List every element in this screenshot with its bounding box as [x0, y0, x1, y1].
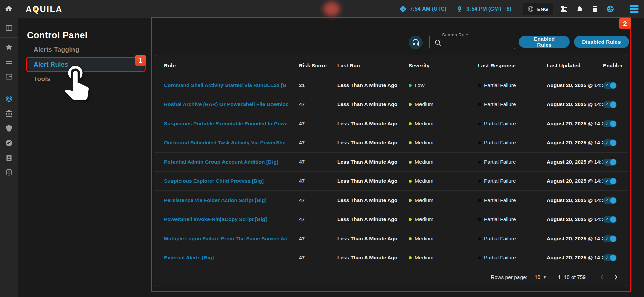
- sidebar-item-tools[interactable]: Tools: [34, 75, 51, 83]
- app-window: AQUILA 7:54 AM (UTC) 3:54 PM (GMT +8): [0, 0, 644, 297]
- check-icon: ✓: [605, 121, 609, 126]
- favorites-button[interactable]: [5, 43, 13, 51]
- enabled-toggle[interactable]: ✓: [603, 139, 617, 146]
- response-dot: [478, 161, 481, 164]
- next-page-button[interactable]: [612, 273, 621, 282]
- language-selector[interactable]: ENG: [523, 3, 553, 15]
- topbar-separator: [622, 4, 622, 14]
- search-rule-field[interactable]: Search Rule: [429, 35, 515, 49]
- column-header-severity[interactable]: Severity: [409, 62, 478, 69]
- last-updated-cell: August 20, 2025 @ 14:36: [547, 197, 603, 203]
- menu-icon: [630, 5, 639, 7]
- response-dot: [478, 199, 481, 202]
- rule-link[interactable]: PowerShell Invoke-NinjaCopy Script [Big]: [164, 216, 267, 222]
- rule-link[interactable]: Suspicious Explorer Child Process [Big]: [164, 178, 264, 184]
- last-response-label: Partial Failure: [484, 82, 516, 88]
- check-icon: ✓: [605, 198, 609, 203]
- enabled-toggle[interactable]: ✓: [603, 197, 617, 204]
- support-button[interactable]: [606, 5, 614, 13]
- dashboard-layout-button[interactable]: [5, 73, 13, 81]
- last-updated-cell: August 20, 2025 @ 14:36: [547, 236, 603, 242]
- home-icon: [5, 5, 13, 13]
- severity-dot: [409, 122, 412, 125]
- rule-link[interactable]: Persistence Via Folder Action Script [Bi…: [164, 197, 267, 203]
- rows-per-page-select[interactable]: 10 ▼: [535, 274, 547, 280]
- star-icon: [5, 43, 13, 51]
- last-updated-cell: August 20, 2025 @ 14:36: [547, 159, 603, 165]
- disabled-rules-button[interactable]: Disabled Rules: [574, 36, 629, 48]
- enabled-toggle[interactable]: ✓: [603, 216, 617, 223]
- search-rule-input[interactable]: [444, 37, 511, 48]
- rule-link[interactable]: External Alerts [Big]: [164, 255, 214, 260]
- rows-per-page-label: Rows per page:: [491, 274, 527, 280]
- toggle-knob: [610, 101, 616, 108]
- risk-score-cell: 47: [299, 140, 337, 146]
- column-header-risk-score[interactable]: Risk Score: [299, 62, 337, 69]
- last-run-cell: Less Than A Minute Ago: [337, 121, 409, 127]
- severity-dot: [409, 161, 412, 164]
- enabled-toggle[interactable]: ✓: [603, 235, 617, 242]
- docs-button[interactable]: [591, 5, 599, 13]
- toggle-knob: [610, 178, 616, 184]
- list-view-button[interactable]: [5, 58, 13, 66]
- last-run-cell: Less Than A Minute Ago: [337, 140, 409, 146]
- previous-page-button[interactable]: [598, 273, 606, 282]
- gauge-icon: [5, 139, 13, 147]
- enabled-toggle[interactable]: ✓: [603, 120, 617, 127]
- rule-link[interactable]: Multiple Logon Failure From The Same Sou…: [164, 236, 287, 241]
- column-header-last-response[interactable]: Last Response: [478, 62, 547, 69]
- last-run-cell: Less Than A Minute Ago: [337, 101, 409, 108]
- last-updated-cell: August 20, 2025 @ 14:36: [547, 82, 603, 88]
- rule-link[interactable]: Potential Admin Group Account Addition […: [164, 159, 278, 165]
- enabled-toggle[interactable]: ✓: [603, 82, 617, 89]
- last-run-cell: Less Than A Minute Ago: [337, 255, 409, 261]
- enabled-toggle[interactable]: ✓: [603, 159, 617, 166]
- data-module-button[interactable]: [5, 169, 13, 177]
- column-header-enabled[interactable]: Enabled: [603, 62, 622, 69]
- enabled-rules-button[interactable]: Enabled Rules: [519, 36, 570, 48]
- enabled-toggle[interactable]: ✓: [603, 178, 617, 185]
- detection-module-button[interactable]: [5, 95, 13, 103]
- table-row: PowerShell Invoke-NinjaCopy Script [Big]…: [154, 210, 628, 229]
- security-module-button[interactable]: [5, 124, 13, 132]
- organization-button[interactable]: [560, 5, 568, 13]
- menu-button[interactable]: [630, 5, 639, 13]
- column-header-rule[interactable]: Rule: [164, 62, 299, 69]
- sidebar-item-alerts-tagging[interactable]: Alerts Tagging: [34, 46, 79, 53]
- enabled-toggle[interactable]: ✓: [603, 101, 617, 108]
- identity-module-button[interactable]: [5, 154, 13, 162]
- column-header-last-run[interactable]: Last Run: [337, 62, 409, 69]
- last-updated-cell: August 20, 2025 @ 14:36: [547, 101, 603, 108]
- check-icon: ✓: [605, 102, 609, 107]
- last-updated-cell: August 20, 2025 @ 14:36: [547, 178, 603, 184]
- rule-link[interactable]: Roshal Archive (RAR) Or PowerShell File …: [164, 101, 289, 107]
- check-icon: ✓: [605, 140, 609, 145]
- last-response-label: Partial Failure: [484, 159, 516, 165]
- radar-icon: [5, 95, 13, 103]
- rule-link[interactable]: Command Shell Activity Started Via RunDL…: [164, 82, 286, 88]
- enabled-toggle[interactable]: ✓: [603, 254, 617, 261]
- clock-group: 7:54 AM (UTC) 3:54 PM (GMT +8): [400, 0, 511, 18]
- rule-link[interactable]: Suspicious Portable Executable Encoded I…: [164, 121, 288, 126]
- severity-label: Medium: [415, 101, 433, 108]
- collapse-panel-button[interactable]: [5, 24, 13, 32]
- assistant-button[interactable]: [409, 36, 423, 49]
- response-dot: [478, 122, 481, 125]
- severity-label: Medium: [415, 121, 433, 127]
- monitoring-module-button[interactable]: [5, 139, 13, 147]
- risk-score-cell: 47: [299, 236, 337, 242]
- severity-dot: [409, 199, 412, 202]
- rule-link[interactable]: Outbound Scheduled Task Activity Via Pow…: [164, 140, 285, 145]
- table-row: Suspicious Portable Executable Encoded I…: [154, 114, 628, 133]
- last-run-cell: Less Than A Minute Ago: [337, 197, 409, 203]
- local-time: 3:54 PM (GMT +8): [466, 6, 511, 12]
- institution-module-button[interactable]: [5, 110, 13, 118]
- toggle-knob: [610, 255, 616, 261]
- chevron-left-icon: [598, 273, 606, 281]
- home-button[interactable]: [5, 5, 13, 13]
- notifications-button[interactable]: [576, 5, 584, 13]
- last-response-label: Partial Failure: [484, 101, 516, 108]
- severity-dot: [409, 103, 412, 106]
- check-icon: ✓: [605, 217, 609, 222]
- column-header-last-updated[interactable]: Last Updated: [547, 62, 603, 69]
